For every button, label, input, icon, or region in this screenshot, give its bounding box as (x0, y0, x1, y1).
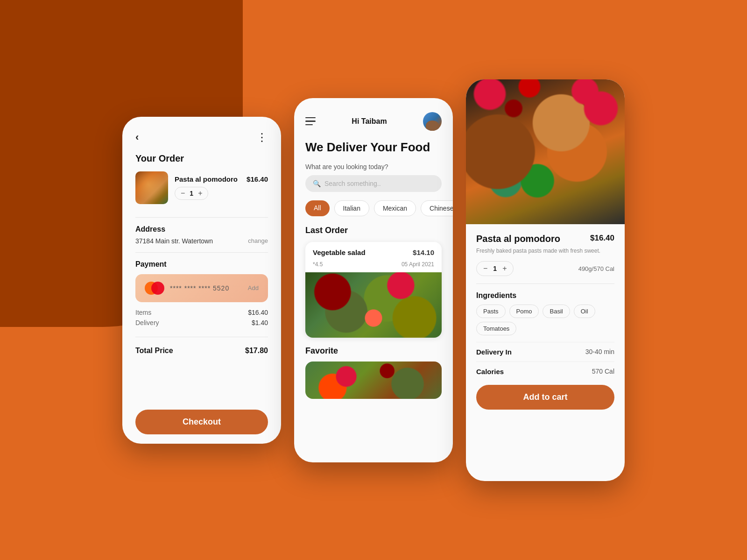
delivery-info-row: Delivery In 30-40 min (476, 342, 614, 362)
hamburger-menu[interactable] (305, 117, 316, 126)
order-item-info: Pasta al pomodoro $16.40 − 1 + (175, 175, 268, 200)
ingredient-pomo: Pomo (509, 305, 539, 318)
last-order-title: Last Order (305, 226, 442, 235)
order-card-price: $14.10 (413, 248, 434, 256)
order-title: Your Order (135, 153, 268, 164)
items-value: $16.40 (248, 309, 268, 316)
delivery-in-value: 30-40 min (585, 348, 614, 356)
last-order-card[interactable]: Vegetable salad $14.10 *4.5 05 April 202… (305, 242, 442, 338)
ingredients-chips: Pasts Pomo Basil Oil Tomatoes (476, 305, 614, 335)
search-icon: 🔍 (313, 180, 321, 187)
change-address-link[interactable]: change (248, 237, 268, 244)
detail-item-price: $16.40 (590, 234, 614, 243)
order-card-header: Vegetable salad $14.10 (305, 242, 442, 261)
order-rating: *4.5 (313, 261, 323, 268)
detail-item-name: Pasta al pomodoro (476, 234, 560, 244)
calories-info-row: Calories 570 Cal (476, 362, 614, 381)
card-number: **** **** **** 5520 (170, 284, 229, 292)
filter-chip-chinese[interactable]: Chinese (421, 200, 453, 216)
ingredient-oil: Oil (574, 305, 595, 318)
address-label: Address (135, 225, 268, 234)
calories-label: Calories (476, 368, 504, 376)
ingredient-tomatoes: Tomatoes (476, 322, 516, 335)
search-bar[interactable]: 🔍 Search something.. (305, 175, 442, 192)
divider-3 (135, 337, 268, 337)
divider-1 (135, 217, 268, 218)
favorite-card[interactable] (305, 362, 442, 399)
ingredients-section: Ingredients Pasts Pomo Basil Oil Tomatoe… (476, 291, 614, 335)
delivery-row: Delivery $1.40 (135, 319, 268, 326)
total-value: $17.80 (245, 347, 268, 355)
items-label: Items (135, 309, 151, 316)
search-label: What are you looking today? (305, 163, 442, 170)
food-thumbnail (135, 171, 168, 204)
home-phone: Hi Taibam We Deliver Your Food What are … (294, 98, 453, 462)
calories-weight-info: 490g/570 Cal (578, 265, 614, 272)
search-placeholder: Search something.. (324, 180, 381, 187)
detail-qty-value: 1 (493, 265, 497, 272)
filter-chip-italian[interactable]: Italian (334, 200, 369, 216)
items-row: Items $16.40 (135, 309, 268, 316)
item-name: Pasta al pomodoro (175, 175, 238, 183)
food-hero-image (466, 79, 625, 224)
nav-bar: Hi Taibam (305, 112, 442, 131)
phone1-header: ‹ ⋮ (135, 131, 268, 144)
delivery-label: Delivery (135, 319, 159, 326)
detail-qty-decrease[interactable]: − (483, 264, 487, 273)
divider-detail-1 (476, 284, 614, 284)
order-card-name: Vegetable salad (313, 248, 366, 256)
detail-qty-increase[interactable]: + (502, 264, 507, 273)
detail-content: Pasta al pomodoro $16.40 Freshly baked p… (466, 224, 625, 481)
order-card-image (305, 272, 442, 338)
payment-label: Payment (135, 260, 268, 269)
quantity-decrease[interactable]: − (181, 189, 185, 198)
detail-quantity-row: − 1 + 490g/570 Cal (476, 261, 614, 276)
total-label: Total Price (135, 347, 173, 355)
greeting-text: Hi Taibam (352, 117, 387, 126)
order-date: 05 April 2021 (402, 261, 434, 268)
add-to-cart-button[interactable]: Add to cart (476, 385, 614, 410)
user-avatar[interactable] (423, 112, 442, 131)
order-item: Pasta al pomodoro $16.40 − 1 + (135, 171, 268, 204)
quantity-increase[interactable]: + (198, 189, 202, 198)
ingredient-basil: Basil (543, 305, 570, 318)
quantity-control[interactable]: − 1 + (175, 187, 208, 200)
item-price: $16.40 (247, 175, 268, 183)
quantity-value: 1 (190, 190, 193, 197)
address-text: 37184 Main str. Watertown (135, 237, 213, 245)
add-card-link[interactable]: Add (248, 284, 259, 291)
filter-chips: All Italian Mexican Chinese (305, 200, 442, 216)
calories-value: 570 Cal (592, 368, 614, 376)
divider-2 (135, 252, 268, 253)
delivery-in-label: Delivery In (476, 348, 512, 356)
address-row: 37184 Main str. Watertown change (135, 237, 268, 245)
ingredient-pasts: Pasts (476, 305, 506, 318)
detail-description: Freshly baked pasta pasts made with fres… (476, 247, 614, 255)
card-display: **** **** **** 5520 Add (135, 274, 268, 302)
filter-chip-mexican[interactable]: Mexican (374, 200, 416, 216)
order-card-meta: *4.5 05 April 2021 (305, 261, 442, 272)
order-phone: ‹ ⋮ Your Order Pasta al pomodoro $16.40 … (122, 117, 281, 444)
favorite-title: Favorite (305, 346, 442, 356)
detail-quantity-control[interactable]: − 1 + (476, 261, 514, 276)
filter-chip-all[interactable]: All (305, 200, 330, 216)
total-row: Total Price $17.80 (135, 347, 268, 355)
back-button[interactable]: ‹ (135, 131, 139, 143)
ingredients-title: Ingredients (476, 291, 614, 300)
more-button[interactable]: ⋮ (256, 131, 268, 144)
detail-header: Pasta al pomodoro $16.40 (476, 234, 614, 244)
hero-title: We Deliver Your Food (305, 140, 442, 155)
checkout-button[interactable]: Checkout (135, 410, 268, 434)
delivery-value: $1.40 (252, 319, 268, 326)
mastercard-icon (145, 282, 163, 295)
detail-phone: Pasta al pomodoro $16.40 Freshly baked p… (466, 79, 625, 481)
